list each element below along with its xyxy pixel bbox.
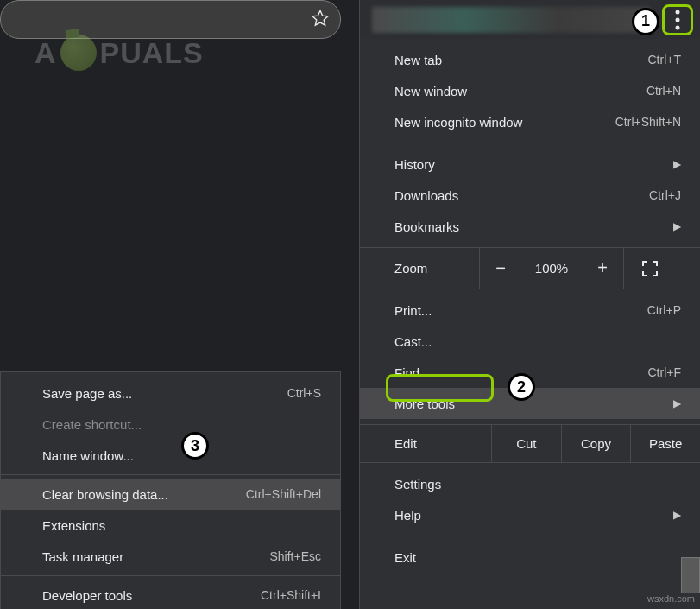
menu-section-exit: Exit	[360, 536, 700, 578]
chevron-right-icon: ▶	[673, 509, 681, 521]
submenu-separator	[1, 575, 340, 576]
menu-help[interactable]: Help ▶	[360, 499, 700, 530]
chrome-main-menu: 1 New tab Ctrl+T New window Ctrl+N New i…	[359, 0, 700, 609]
chevron-right-icon: ▶	[673, 397, 681, 409]
submenu-create-shortcut: Create shortcut...	[1, 409, 340, 440]
edit-paste-button[interactable]: Paste	[630, 425, 700, 462]
menu-exit[interactable]: Exit	[360, 542, 700, 573]
toolbar-right: 1	[360, 0, 700, 39]
profile-area-blurred	[372, 7, 650, 33]
menu-section-settings: Settings Help ▶	[360, 463, 700, 536]
watermark: wsxdn.com	[647, 593, 695, 604]
submenu-task-manager[interactable]: Task manager Shift+Esc	[1, 541, 340, 572]
logo-mascot-icon	[60, 35, 97, 71]
menu-section-new: New tab Ctrl+T New window Ctrl+N New inc…	[360, 39, 700, 143]
menu-bookmarks[interactable]: Bookmarks ▶	[360, 211, 700, 242]
submenu-clear-browsing-data[interactable]: Clear browsing data... Ctrl+Shift+Del	[1, 479, 340, 510]
edit-copy-button[interactable]: Copy	[561, 425, 631, 462]
edit-label: Edit	[394, 436, 491, 451]
menu-zoom-row: Zoom − 100% +	[360, 248, 700, 289]
menu-history[interactable]: History ▶	[360, 149, 700, 180]
svg-point-1	[676, 17, 680, 22]
menu-settings[interactable]: Settings	[360, 468, 700, 499]
zoom-in-button[interactable]: +	[582, 258, 623, 278]
callout-3: 3	[181, 432, 209, 460]
submenu-developer-tools[interactable]: Developer tools Ctrl+Shift+I	[1, 580, 340, 609]
callout-1: 1	[632, 8, 659, 35]
submenu-name-window[interactable]: Name window...	[1, 440, 340, 471]
chevron-right-icon: ▶	[673, 220, 681, 232]
menu-new-window[interactable]: New window Ctrl+N	[360, 75, 700, 106]
zoom-out-button[interactable]: −	[480, 258, 521, 278]
chevron-right-icon: ▶	[673, 158, 681, 170]
appuals-logo: A PUALS	[35, 35, 204, 71]
menu-new-tab[interactable]: New tab Ctrl+T	[360, 44, 700, 75]
menu-button[interactable]: 1	[662, 4, 693, 35]
edit-cut-button[interactable]: Cut	[491, 425, 561, 462]
logo-text-right: PUALS	[100, 36, 204, 70]
menu-new-incognito[interactable]: New incognito window Ctrl+Shift+N	[360, 106, 700, 137]
menu-section-tools: Print... Ctrl+P Cast... Find... Ctrl+F M…	[360, 289, 700, 425]
menu-print[interactable]: Print... Ctrl+P	[360, 295, 700, 326]
more-tools-submenu: Save page as... Ctrl+S Create shortcut..…	[0, 371, 341, 609]
menu-downloads[interactable]: Downloads Ctrl+J	[360, 180, 700, 211]
menu-edit-row: Edit Cut Copy Paste	[360, 425, 700, 463]
submenu-separator	[1, 474, 340, 475]
submenu-save-page-as[interactable]: Save page as... Ctrl+S	[1, 377, 340, 409]
zoom-label: Zoom	[394, 261, 479, 276]
fullscreen-icon	[642, 261, 658, 276]
menu-cast[interactable]: Cast...	[360, 326, 700, 357]
address-bar[interactable]	[0, 0, 341, 39]
logo-text-left: A	[35, 36, 57, 70]
callout-2: 2	[508, 373, 535, 401]
scrollbar-thumb[interactable]	[681, 557, 700, 593]
submenu-extensions[interactable]: Extensions	[1, 510, 340, 541]
fullscreen-button[interactable]	[624, 261, 676, 276]
menu-section-nav: History ▶ Downloads Ctrl+J Bookmarks ▶	[360, 143, 700, 248]
svg-point-2	[676, 25, 680, 29]
svg-point-0	[676, 10, 680, 14]
zoom-percent: 100%	[521, 261, 582, 276]
bookmark-star-icon[interactable]	[311, 9, 330, 31]
